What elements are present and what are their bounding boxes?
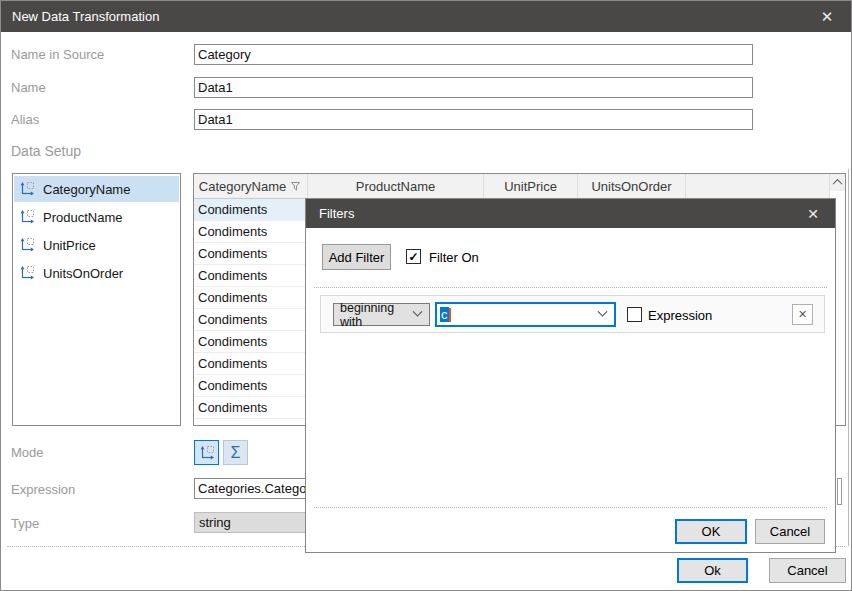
filters-close-icon[interactable]: ✕ (801, 199, 825, 228)
column-header-categoryname[interactable]: CategoryName (194, 174, 308, 198)
mode-aggregate-button[interactable]: Σ (223, 440, 248, 465)
filters-ok-button[interactable]: OK (675, 519, 747, 544)
content-scroll-track (848, 169, 849, 546)
table-row[interactable]: Condiments (194, 243, 308, 265)
type-label: Type (11, 516, 39, 531)
field-list-item-categoryname[interactable]: CategoryName (14, 176, 179, 202)
table-row[interactable]: Condiments (194, 397, 308, 419)
remove-filter-button[interactable]: ✕ (792, 304, 813, 325)
table-row[interactable]: Condiments (194, 265, 308, 287)
name-label: Name (11, 80, 46, 95)
expression-checkbox[interactable] (627, 307, 642, 322)
filter-condition-row: beginning with c Expression ✕ (320, 295, 825, 333)
filter-on-checkbox[interactable]: ✓ (406, 249, 421, 264)
text-caret (449, 308, 451, 322)
filters-dialog: Filters ✕ Add Filter ✓ Filter On beginni… (305, 198, 836, 553)
column-header-unitsonorder[interactable]: UnitsOnOrder (578, 174, 686, 198)
column-header-label: UnitPrice (504, 179, 557, 194)
name-field[interactable] (194, 77, 753, 98)
ok-button[interactable]: Ok (677, 558, 748, 583)
data-setup-section-label: Data Setup (11, 143, 81, 159)
column-header-productname[interactable]: ProductName (308, 174, 484, 198)
table-header-row: CategoryName ProductName UnitPrice Units… (194, 174, 845, 199)
filters-titlebar: Filters ✕ (306, 199, 835, 228)
filter-operator-select[interactable]: beginning with (333, 303, 430, 326)
field-list: CategoryName ProductName UnitPrice Units… (12, 173, 181, 426)
field-list-item-unitprice[interactable]: UnitPrice (14, 232, 179, 258)
cancel-button[interactable]: Cancel (769, 558, 846, 583)
chevron-down-icon (413, 307, 423, 317)
field-list-item-unitsonorder[interactable]: UnitsOnOrder (14, 260, 179, 286)
filter-value-text: c (440, 307, 449, 322)
name-in-source-label: Name in Source (11, 47, 104, 62)
name-in-source-field[interactable] (194, 44, 753, 65)
column-header-unitprice[interactable]: UnitPrice (484, 174, 578, 198)
filter-value-combobox[interactable]: c (435, 302, 616, 327)
table-row[interactable]: Condiments (194, 353, 308, 375)
table-row[interactable]: Condiments (194, 331, 308, 353)
field-list-item-label: CategoryName (43, 182, 130, 197)
field-list-item-label: ProductName (43, 210, 122, 225)
table-row[interactable]: Condiments (194, 221, 308, 243)
dimension-axis-icon (19, 237, 35, 253)
dimension-axis-icon (19, 209, 35, 225)
dialog-titlebar: New Data Transformation ✕ (1, 1, 851, 32)
expression-checkbox-label: Expression (648, 308, 712, 323)
filter-on-label: Filter On (429, 250, 479, 265)
mode-dimension-button[interactable] (194, 440, 219, 465)
field-list-item-label: UnitPrice (43, 238, 96, 253)
chevron-down-icon[interactable] (598, 307, 608, 317)
dimension-axis-icon (199, 445, 215, 461)
content-scrollbar-thumb[interactable] (837, 478, 842, 505)
dimension-axis-icon (19, 265, 35, 281)
scroll-up-button[interactable] (830, 174, 845, 191)
filter-operator-value: beginning with (334, 301, 414, 329)
chevron-up-icon (833, 179, 843, 189)
close-icon[interactable]: ✕ (813, 1, 841, 32)
add-filter-button[interactable]: Add Filter (322, 244, 391, 270)
table-row[interactable]: Condiments (194, 287, 308, 309)
dialog-title: New Data Transformation (1, 9, 159, 24)
dimension-axis-icon (19, 181, 35, 197)
column-header-empty[interactable] (686, 174, 831, 198)
table-body-categoryname-column: Condiments Condiments Condiments Condime… (194, 199, 308, 425)
alias-label: Alias (11, 112, 39, 127)
filters-cancel-button[interactable]: Cancel (755, 519, 825, 544)
filters-separator-top (314, 287, 827, 288)
alias-field[interactable] (194, 109, 753, 130)
expression-label: Expression (11, 482, 75, 497)
table-row[interactable]: Condiments (194, 309, 308, 331)
filter-icon[interactable] (290, 181, 302, 192)
column-header-label: CategoryName (199, 179, 286, 194)
new-data-transformation-dialog: New Data Transformation ✕ Name in Source… (0, 0, 852, 591)
field-list-item-label: UnitsOnOrder (43, 266, 123, 281)
filters-separator-bottom (314, 507, 827, 508)
table-row[interactable]: Condiments (194, 375, 308, 397)
sigma-icon: Σ (231, 444, 241, 462)
close-icon: ✕ (798, 308, 807, 321)
table-row[interactable]: Condiments (194, 199, 308, 221)
field-list-item-productname[interactable]: ProductName (14, 204, 179, 230)
column-header-label: UnitsOnOrder (591, 179, 671, 194)
mode-label: Mode (11, 445, 44, 460)
column-header-label: ProductName (356, 179, 435, 194)
filters-title: Filters (306, 206, 354, 221)
